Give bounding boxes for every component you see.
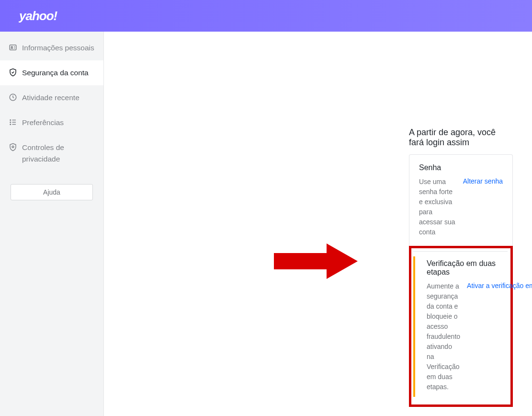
accent-bar <box>413 256 415 397</box>
svg-point-9 <box>10 124 11 125</box>
two-step-desc: Aumente a segurança da conta e bloqueie … <box>427 281 460 392</box>
sidebar-item-account-security[interactable]: Segurança da conta <box>0 60 103 85</box>
content-column: A partir de agora, você fará login assim… <box>409 127 513 416</box>
svg-point-11 <box>12 146 14 148</box>
sidebar-item-label: Atividade recente <box>22 92 97 104</box>
svg-marker-12 <box>274 243 358 279</box>
clock-icon <box>9 92 22 102</box>
sidebar-item-privacy-controls[interactable]: Controles de privacidade <box>0 135 103 172</box>
svg-point-5 <box>10 120 11 121</box>
shield-check-icon <box>9 67 22 77</box>
two-step-highlight-box: Verificação em duas etapas Aumente a seg… <box>409 246 513 407</box>
svg-point-7 <box>10 122 11 123</box>
main-panel: A partir de agora, você fará login assim… <box>104 32 532 416</box>
id-card-icon <box>9 42 22 52</box>
sidebar-item-label: Informações pessoais <box>22 42 97 54</box>
shield-gear-icon <box>9 142 22 151</box>
help-button[interactable]: Ajuda <box>11 184 93 200</box>
password-card: Senha Use uma senha forte e exclusiva pa… <box>409 154 513 246</box>
enable-two-step-link[interactable]: Ativar a verificação em duas etapas <box>467 282 532 289</box>
svg-point-1 <box>11 46 12 48</box>
annotation-arrow-icon <box>274 240 360 283</box>
two-step-title: Verificação em duas etapas <box>427 259 501 277</box>
main-container: Informações pessoais Segurança da conta … <box>0 32 532 416</box>
password-card-title: Senha <box>419 163 503 172</box>
header: yahoo! <box>0 0 532 32</box>
sidebar-item-recent-activity[interactable]: Atividade recente <box>0 85 103 110</box>
yahoo-logo[interactable]: yahoo! <box>19 9 57 23</box>
change-password-link[interactable]: Alterar senha <box>463 177 503 185</box>
sidebar: Informações pessoais Segurança da conta … <box>0 32 104 416</box>
sidebar-item-label: Controles de privacidade <box>22 142 97 165</box>
list-icon <box>9 117 22 127</box>
two-step-card: Verificação em duas etapas Aumente a seg… <box>413 251 508 402</box>
sidebar-item-label: Segurança da conta <box>22 67 97 79</box>
password-card-desc: Use uma senha forte e exclusiva para ace… <box>419 177 456 237</box>
sidebar-item-personal-info[interactable]: Informações pessoais <box>0 35 103 60</box>
login-section-title: A partir de agora, você fará login assim <box>409 127 513 148</box>
sidebar-item-label: Preferências <box>22 117 97 128</box>
sidebar-item-preferences[interactable]: Preferências <box>0 110 103 135</box>
svg-rect-0 <box>10 45 16 50</box>
